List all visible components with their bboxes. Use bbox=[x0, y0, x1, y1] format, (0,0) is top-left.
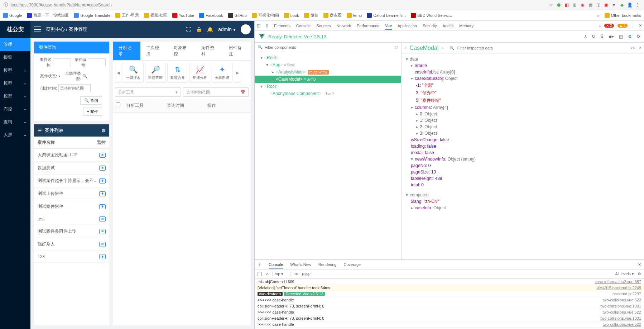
content-tab[interactable]: 分析记录 bbox=[113, 42, 140, 60]
prop[interactable]: total: 0 bbox=[402, 182, 644, 188]
prop-caseinfolist[interactable]: caseInfoList: Array[0] bbox=[402, 69, 644, 75]
drawer-tab-console[interactable]: Console bbox=[269, 262, 283, 269]
components-icon[interactable]: ⅄ bbox=[584, 34, 587, 39]
lock-icon[interactable]: 🔒 bbox=[196, 27, 202, 32]
filter-inspected-input[interactable] bbox=[457, 46, 628, 50]
content-tab[interactable]: 二次碰撞 bbox=[140, 42, 168, 60]
prop-item[interactable]: 5: "案件终结" bbox=[402, 97, 644, 104]
bookmark-item[interactable]: BBC World Servic... bbox=[411, 13, 452, 18]
ext-icon-8[interactable]: ◆ bbox=[619, 2, 625, 8]
close-drawer-icon[interactable]: ✕ bbox=[638, 262, 641, 267]
bookmark-item[interactable]: YouTube bbox=[172, 13, 194, 18]
content-tab[interactable]: 对象布控 bbox=[168, 42, 196, 60]
prop-item[interactable]: ▸3: Object bbox=[402, 130, 644, 137]
avatar[interactable] bbox=[241, 24, 251, 34]
bookmark-item[interactable]: book bbox=[284, 13, 299, 18]
clear-console-icon[interactable]: ⊘ bbox=[265, 272, 269, 276]
ext-icon-4[interactable]: ▤ bbox=[587, 2, 593, 8]
bookmark-item[interactable]: Facebook bbox=[199, 13, 223, 18]
ext-icon-5[interactable]: ◫ bbox=[595, 2, 601, 8]
sidebar-item[interactable]: 模型⌄ bbox=[0, 77, 30, 90]
time-range-select[interactable]: 选择时间范围📅 bbox=[183, 87, 249, 97]
input-case-name[interactable] bbox=[53, 58, 71, 66]
hamburger-icon[interactable] bbox=[34, 26, 41, 33]
chevron-right-icon[interactable]: » bbox=[597, 13, 600, 18]
eye-icon[interactable]: 👁 bbox=[99, 191, 106, 196]
prop[interactable]: ▾newWindowInfo: Object (empty) bbox=[402, 156, 644, 162]
case-list-row[interactable]: 强奸杀人👁 bbox=[34, 238, 109, 251]
close-devtools-icon[interactable]: ✕ bbox=[639, 23, 642, 28]
bookmark-item[interactable]: 百度一下，你就知道 bbox=[27, 13, 69, 18]
select-all-checkbox[interactable] bbox=[116, 102, 120, 107]
tab-console[interactable]: Console bbox=[296, 24, 311, 28]
tree-node-analysis[interactable]: ▸<AnalysisMain>router-view bbox=[255, 68, 401, 76]
prop-route[interactable]: ▸$route bbox=[402, 62, 644, 69]
tool-button[interactable]: ⇅轨迹合并 bbox=[167, 63, 188, 83]
case-list-row[interactable]: 数据测试👁 bbox=[34, 162, 109, 175]
bookmark-item[interactable]: 可视化/动画 bbox=[252, 13, 279, 18]
ext-icon-7[interactable]: ▾ bbox=[611, 2, 617, 8]
refresh-icon[interactable]: ⟳ bbox=[637, 34, 640, 39]
bookmark-item[interactable]: Oxford Learner's... bbox=[367, 13, 406, 18]
settings-vue-icon[interactable]: ⚙ bbox=[628, 34, 632, 39]
history-icon[interactable]: ↻ bbox=[592, 34, 595, 39]
prop[interactable]: tableHeight: 438 bbox=[402, 175, 644, 182]
star-icon[interactable]: ☆ bbox=[548, 2, 554, 8]
user-dropdown[interactable]: admin ▾ bbox=[218, 27, 236, 32]
eye-icon[interactable]: 👁 bbox=[99, 229, 106, 234]
eye-icon[interactable]: 👁 bbox=[99, 178, 106, 183]
case-list-row[interactable]: 测试案件超长字符显示，会不会...👁 bbox=[34, 175, 109, 187]
prop-item[interactable]: ▸0: Object bbox=[402, 111, 644, 117]
tab-memory[interactable]: Memory bbox=[459, 24, 474, 28]
open-in-editor-icon[interactable]: ↗ bbox=[638, 46, 641, 51]
fullscreen-icon[interactable]: ⛶ bbox=[186, 27, 191, 32]
tool-button[interactable]: 📈规律分析 bbox=[189, 63, 210, 83]
input-create-time[interactable] bbox=[58, 84, 91, 92]
bookmark-item[interactable]: GitHub bbox=[228, 13, 247, 18]
open-editor-icon[interactable]: <> bbox=[630, 46, 635, 50]
eye-icon[interactable]: 👁 bbox=[99, 216, 106, 221]
bookmark-item[interactable]: 视频/社区 bbox=[144, 13, 167, 18]
console-filter-input[interactable] bbox=[302, 272, 611, 276]
prop[interactable]: pageNo: 0 bbox=[402, 162, 644, 169]
computed-section[interactable]: ▾computed bbox=[402, 192, 644, 198]
vuex-icon[interactable]: ⠿ bbox=[600, 34, 604, 39]
bookmark-item[interactable]: 微信 bbox=[304, 13, 318, 18]
sidebar-item[interactable]: 模型⌄ bbox=[0, 64, 30, 77]
eye-icon[interactable]: 👁 bbox=[294, 272, 298, 276]
target-icon[interactable]: ◎ bbox=[395, 45, 398, 49]
sidebar-item[interactable]: 布控⌄ bbox=[0, 102, 30, 115]
sidebar-toggle-icon[interactable] bbox=[258, 272, 262, 276]
prop-columns[interactable]: ▾columns: Array[4] bbox=[402, 104, 644, 111]
ext-icon-3[interactable]: ◉ bbox=[580, 2, 585, 8]
case-list-row[interactable]: 大鸿珠宝抢劫案_LJP👁 bbox=[34, 149, 109, 162]
input-case-no[interactable] bbox=[88, 58, 106, 66]
filter-components-input[interactable] bbox=[265, 45, 393, 49]
query-button[interactable]: 🔍 查询 bbox=[80, 96, 102, 105]
drawer-menu-icon[interactable]: ⋮ bbox=[258, 262, 261, 267]
tool-button[interactable]: 🔎轨迹查询 bbox=[145, 63, 166, 83]
drawer-tab-coverage[interactable]: Coverage bbox=[343, 262, 361, 267]
tab-vue[interactable]: Vue bbox=[385, 23, 392, 30]
eye-icon[interactable]: 👁 bbox=[99, 153, 106, 158]
settings-icon[interactable]: ⋮ bbox=[631, 23, 635, 28]
data-section[interactable]: ▾data bbox=[402, 56, 644, 62]
prop[interactable]: $lang: "zh-CN" bbox=[402, 198, 644, 205]
events-icon[interactable]: ◆▾ bbox=[609, 34, 614, 39]
ext-icon-6[interactable]: ▣ bbox=[603, 2, 609, 8]
bell-icon[interactable]: 🔔 bbox=[207, 27, 213, 32]
bookmark-item[interactable]: Google Translate bbox=[74, 13, 110, 18]
analysis-tool-select[interactable]: 分析工具▾ bbox=[115, 87, 181, 97]
tree-node-casemodal[interactable]: ▸<CaseModal> = $vm0 bbox=[255, 76, 401, 83]
bookmark-item[interactable]: temp bbox=[347, 13, 362, 18]
scroll-right-icon[interactable]: ▶ bbox=[234, 63, 240, 83]
sidebar-item[interactable]: 报警 bbox=[0, 51, 30, 64]
content-tab[interactable]: 案件资料 bbox=[196, 42, 223, 60]
log-levels-select[interactable]: All levels ▾ bbox=[615, 272, 634, 276]
tab-sources[interactable]: Sources bbox=[316, 24, 331, 28]
prop[interactable]: isSizeChange: false bbox=[402, 137, 644, 143]
gear-icon[interactable]: ⚙ bbox=[101, 128, 106, 133]
case-list-row[interactable]: 测试上传附件👁 bbox=[34, 187, 109, 200]
sidebar-item[interactable]: 模型⌄ bbox=[0, 90, 30, 102]
error-badge[interactable]: ✕ 2 bbox=[604, 24, 614, 28]
